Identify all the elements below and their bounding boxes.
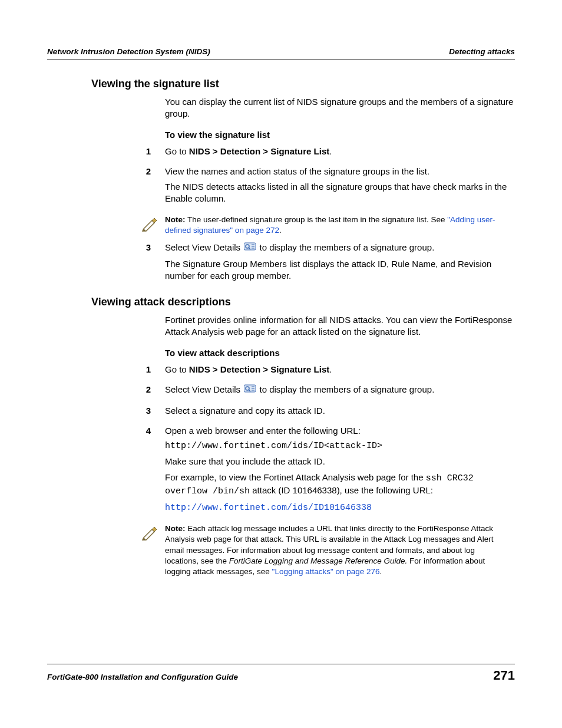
header-left: Network Intrusion Detection System (NIDS… (47, 47, 210, 56)
section2-subhead: To view attack descriptions (165, 348, 515, 358)
page-number: 271 (493, 668, 515, 683)
step-number: 4 (47, 425, 165, 518)
text: Open a web browser and enter the followi… (165, 425, 509, 437)
header-right: Detecting attacks (449, 47, 515, 56)
note-label: Note: (165, 215, 186, 224)
step-number: 2 (47, 166, 165, 209)
section2-step2: 2 Select View Details to display the mem… (47, 384, 515, 400)
text: The NIDS detects attacks listed in all t… (165, 181, 509, 205)
text: to display the members of a signature gr… (257, 242, 434, 252)
footer-title: FortiGate-800 Installation and Configura… (47, 673, 238, 681)
section2-note: Note: Each attack log message includes a… (47, 523, 515, 577)
page-header: Network Intrusion Detection System (NIDS… (47, 47, 515, 60)
page: Network Intrusion Detection System (NIDS… (0, 0, 562, 728)
text: . (329, 364, 332, 374)
note-text: The user-defined signature group is the … (186, 215, 448, 224)
step-body: Go to NIDS > Detection > Signature List. (165, 146, 515, 161)
step-body: View the names and action status of the … (165, 166, 515, 209)
note-icon-wrap (47, 523, 165, 545)
section2-step1: 1 Go to NIDS > Detection > Signature Lis… (47, 364, 515, 379)
step-body: Open a web browser and enter the followi… (165, 425, 515, 518)
section1-note: Note: The user-defined signature group i… (47, 215, 515, 236)
section1-step3: 3 Select View Details to display the mem… (47, 242, 515, 285)
note-pencil-icon (140, 523, 159, 542)
text: For example, to view the Fortinet Attack… (165, 472, 426, 482)
step-body: Select View Details to display the membe… (165, 242, 515, 285)
view-details-icon (244, 242, 256, 254)
section-title-viewing-attack-descriptions: Viewing attack descriptions (91, 296, 515, 308)
section2-step4: 4 Open a web browser and enter the follo… (47, 425, 515, 518)
section-title-viewing-signature-list: Viewing the signature list (91, 78, 515, 90)
section1-step1: 1 Go to NIDS > Detection > Signature Lis… (47, 146, 515, 161)
text: to display the members of a signature gr… (257, 384, 434, 394)
step-body: Go to NIDS > Detection > Signature List. (165, 364, 515, 379)
text: Go to (165, 146, 189, 156)
text: The Signature Group Members list display… (165, 258, 509, 282)
page-footer: FortiGate-800 Installation and Configura… (47, 664, 515, 683)
nav-path: NIDS > Detection > Signature List (189, 146, 329, 156)
step-number: 2 (47, 384, 165, 400)
section2-intro: Fortinet provides online information for… (165, 314, 515, 338)
text: View the names and action status of the … (165, 166, 509, 177)
note-icon-wrap (47, 215, 165, 236)
text: Select View Details (165, 242, 243, 252)
text: Select a signature and copy its attack I… (165, 405, 509, 417)
note-pencil-icon (140, 215, 159, 233)
reference-title: FortiGate Logging and Message Reference … (229, 556, 407, 565)
text: Select View Details (165, 384, 243, 394)
note-body: Note: Each attack log message includes a… (165, 523, 515, 577)
step-number: 1 (47, 146, 165, 161)
note-body: Note: The user-defined signature group i… (165, 215, 515, 236)
text: . (329, 146, 332, 156)
step-number: 3 (47, 242, 165, 285)
text: attack (ID 101646338), use the following… (250, 485, 433, 495)
text: Make sure that you include the attack ID… (165, 456, 509, 467)
view-details-icon (244, 384, 256, 396)
section2-step3: 3 Select a signature and copy its attack… (47, 405, 515, 420)
step-number: 1 (47, 364, 165, 379)
nav-path: NIDS > Detection > Signature List (189, 364, 329, 374)
text: . (279, 226, 282, 235)
text: Go to (165, 364, 189, 374)
note-label: Note: (165, 524, 186, 533)
step-number: 3 (47, 405, 165, 420)
note-link-logging-attacks[interactable]: "Logging attacks" on page 276 (272, 567, 380, 576)
step-body: Select View Details to display the membe… (165, 384, 515, 400)
url-link-example[interactable]: http://www.fortinet.com/ids/ID101646338 (165, 503, 372, 513)
step-body: Select a signature and copy its attack I… (165, 405, 515, 420)
section1-step2: 2 View the names and action status of th… (47, 166, 515, 209)
url-template: http://www.fortinet.com/ids/ID<attack-ID… (165, 440, 509, 452)
section1-intro: You can display the current list of NIDS… (165, 96, 515, 120)
section1-subhead: To view the signature list (165, 130, 515, 140)
text: . (380, 567, 382, 576)
